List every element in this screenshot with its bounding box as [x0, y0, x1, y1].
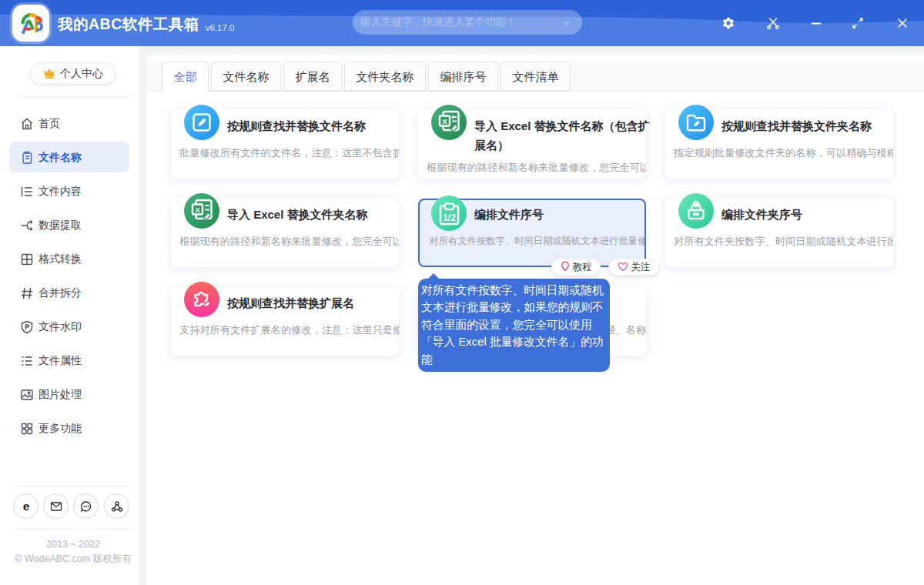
svg-text:1/2: 1/2 [443, 212, 456, 223]
svg-text:X: X [442, 117, 447, 125]
svg-text:X: X [195, 206, 200, 214]
svg-text:e: e [23, 500, 30, 513]
